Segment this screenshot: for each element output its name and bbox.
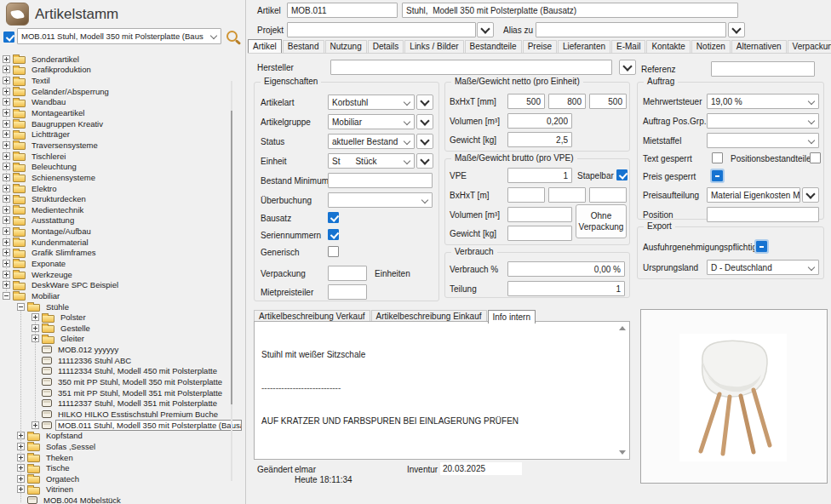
tree-item[interactable]: Ausstattung xyxy=(0,215,242,226)
tree-item[interactable]: Werkzeuge xyxy=(0,269,242,280)
tree-item[interactable]: Wandbau xyxy=(0,97,242,108)
expand-icon[interactable] xyxy=(32,421,39,429)
brutto-t-input[interactable] xyxy=(589,187,627,203)
tree-item[interactable]: Textil xyxy=(0,75,242,86)
search-icon[interactable] xyxy=(226,31,238,42)
expand-icon[interactable] xyxy=(3,260,10,267)
expand-icon[interactable] xyxy=(3,98,10,106)
netto-gewicht-input[interactable] xyxy=(507,132,572,147)
search-filter-checkbox[interactable] xyxy=(3,32,14,43)
artikelart-select[interactable]: Korbstuhl xyxy=(328,94,415,110)
netto-volumen-input[interactable] xyxy=(507,113,572,129)
tree-item[interactable]: Theken xyxy=(0,452,242,463)
tree-item[interactable]: MOB.004 Möbelstück xyxy=(0,495,242,504)
tree-item[interactable]: Polster xyxy=(0,312,242,323)
preis-gesperrt-checkbox[interactable] xyxy=(712,170,723,181)
ursprungsland-select[interactable]: D - Deutschland xyxy=(707,260,819,275)
expand-icon[interactable] xyxy=(3,66,10,73)
tab-artikelbeschreibung-verkauf[interactable]: Artikelbeschreibung Verkauf xyxy=(254,310,370,322)
tab-alternativen[interactable]: Alternativen xyxy=(731,40,787,53)
info-intern-textarea[interactable]: Stuihl mit weißer Sitzschale -----------… xyxy=(254,321,630,460)
scroll-up-icon[interactable] xyxy=(619,326,626,330)
expand-icon[interactable] xyxy=(32,324,39,332)
einheit-expand-button[interactable] xyxy=(416,153,433,169)
tree-item[interactable]: Medientechnik xyxy=(0,204,242,215)
tree-item[interactable]: Traversensysteme xyxy=(0,140,242,151)
tab-nutzung[interactable]: Nutzung xyxy=(325,40,367,53)
tree-item[interactable]: Kopfstand xyxy=(0,430,242,441)
expand-icon[interactable] xyxy=(3,77,10,84)
tree-item[interactable]: 11112337 Stuhl, Modell 351 mit Polsterpl… xyxy=(0,398,242,410)
stapelbar-checkbox[interactable] xyxy=(616,169,628,180)
tree-item[interactable]: Stühle xyxy=(0,301,242,312)
teilung-input[interactable] xyxy=(507,281,625,296)
expand-icon[interactable] xyxy=(32,313,39,321)
tab-preise[interactable]: Preise xyxy=(523,40,557,53)
expand-icon[interactable] xyxy=(3,216,10,224)
referenz-input[interactable] xyxy=(711,61,815,77)
expand-icon[interactable] xyxy=(3,195,10,203)
brutto-b-input[interactable] xyxy=(507,187,545,203)
seriennummern-checkbox[interactable] xyxy=(328,229,339,240)
bausatz-checkbox[interactable] xyxy=(328,212,339,223)
tree-item[interactable]: Tischlerei xyxy=(0,151,242,162)
tree-item[interactable]: Vitrinen xyxy=(0,484,242,495)
tree-item[interactable]: Montageartikel xyxy=(0,107,242,118)
tab-artikel[interactable]: Artikel xyxy=(248,39,282,54)
expand-icon[interactable] xyxy=(3,271,10,278)
tree-item[interactable]: Grafik Slimframes xyxy=(0,248,242,259)
tree-item[interactable]: Grafikproduktion xyxy=(0,65,242,76)
ueberbuchung-select[interactable] xyxy=(328,192,433,208)
collapse-icon[interactable] xyxy=(3,292,10,300)
tab-kontakte[interactable]: Kontakte xyxy=(646,40,690,53)
tree-item[interactable]: Elektro xyxy=(0,183,242,194)
expand-icon[interactable] xyxy=(3,120,10,128)
artikelart-expand-button[interactable] xyxy=(416,94,433,110)
expand-icon[interactable] xyxy=(3,163,10,170)
mietpreisteiler-input[interactable] xyxy=(328,284,367,300)
expand-icon[interactable] xyxy=(17,485,25,493)
expand-icon[interactable] xyxy=(3,174,10,181)
preisaufteilung-field[interactable]: Material Eigenkosten Mobi xyxy=(707,187,800,203)
alias-zu-input[interactable] xyxy=(536,22,726,37)
tree-item[interactable]: Schienensysteme xyxy=(0,172,242,183)
tree-item[interactable]: Sofas ,Sessel xyxy=(0,441,242,452)
expand-icon[interactable] xyxy=(3,249,10,256)
netto-t-input[interactable] xyxy=(589,94,627,109)
scroll-down-icon[interactable] xyxy=(619,450,626,455)
expand-icon[interactable] xyxy=(17,475,25,483)
bestand-minimum-input[interactable] xyxy=(328,173,433,188)
expand-icon[interactable] xyxy=(3,281,10,289)
expand-icon[interactable] xyxy=(17,464,25,472)
expand-icon[interactable] xyxy=(3,185,10,192)
netto-b-input[interactable] xyxy=(507,94,545,109)
tree-item[interactable]: Gleiter xyxy=(0,334,242,345)
verbrauch-prozent-input[interactable] xyxy=(507,261,625,277)
tree-item[interactable]: Gestelle xyxy=(0,323,242,334)
status-select[interactable]: aktueller Bestand xyxy=(328,134,415,149)
netto-h-input[interactable] xyxy=(548,94,586,109)
tab-verpackung[interactable]: Verpackung xyxy=(788,40,831,53)
tree-item[interactable]: Beleuchtung xyxy=(0,161,242,172)
tree-item[interactable]: Tische xyxy=(0,462,242,473)
tree-item[interactable]: MOB.012 yyyyyy xyxy=(0,344,242,355)
hersteller-input[interactable] xyxy=(330,60,612,75)
expand-icon[interactable] xyxy=(3,141,10,149)
expand-icon[interactable] xyxy=(3,152,10,160)
tab-info-intern[interactable]: Info intern xyxy=(488,310,536,324)
tree-item[interactable]: 11112336 Stuhl ABC xyxy=(0,355,242,366)
tree-item[interactable]: MOB.011 Stuhl, Modell 350 mit Polsterpla… xyxy=(0,420,242,431)
projekt-input[interactable] xyxy=(287,22,476,37)
expand-icon[interactable] xyxy=(3,109,10,117)
expand-icon[interactable] xyxy=(3,227,10,235)
tree-item[interactable]: 350 mit PP Stuhl, Modell 350 mit Polster… xyxy=(0,376,242,387)
expand-icon[interactable] xyxy=(17,443,25,450)
projekt-dropdown-button[interactable] xyxy=(477,22,494,37)
expand-icon[interactable] xyxy=(32,335,39,342)
tree-item[interactable]: Strukturdecken xyxy=(0,193,242,204)
article-search-combobox[interactable]: MOB.011 Stuhl, Modell 350 mit Polsterpla… xyxy=(17,28,221,44)
tree-item[interactable]: HILKO HILKO Esstischstuhl Premium Buche xyxy=(0,409,242,420)
collapse-icon[interactable] xyxy=(17,303,25,311)
expand-icon[interactable] xyxy=(3,206,10,214)
tree-item[interactable]: 351 mit PP Stuhl, Modell 351 mit Polster… xyxy=(0,387,242,398)
